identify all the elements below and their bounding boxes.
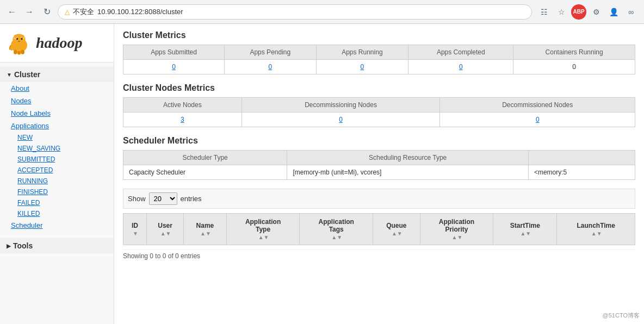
- sidebar: hadoop ▼ Cluster About Nodes Node Labels…: [0, 24, 114, 324]
- cluster-label: Cluster: [14, 70, 40, 79]
- app-priority-sort-icon: ▲▼: [452, 234, 463, 240]
- sidebar-item-failed[interactable]: FAILED: [0, 197, 114, 208]
- tools-label: Tools: [13, 241, 33, 250]
- th-name[interactable]: Name ▲▼: [184, 214, 227, 245]
- sidebar-item-accepted[interactable]: ACCEPTED: [0, 165, 114, 176]
- th-name-label: Name: [196, 222, 214, 229]
- th-start-time-label: StartTime: [510, 222, 540, 229]
- cluster-nodes-metrics-title: Cluster Nodes Metrics: [123, 83, 635, 93]
- sidebar-item-killed[interactable]: KILLED: [0, 208, 114, 219]
- val-extra: <memory:5: [528, 165, 635, 180]
- svg-point-5: [21, 35, 24, 39]
- main-layout: hadoop ▼ Cluster About Nodes Node Labels…: [0, 24, 644, 324]
- cluster-section: ▼ Cluster About Nodes Node Labels Applic…: [0, 63, 114, 236]
- hadoop-logo-text: hadoop: [36, 34, 83, 52]
- user-sort-icon: ▲▼: [160, 230, 171, 236]
- cluster-metrics-row: 0 0 0 0 0: [123, 60, 635, 74]
- watermark: @51CTO博客: [603, 311, 640, 320]
- val-decommissioning-nodes: 0: [242, 113, 440, 127]
- col-scheduler-type: Scheduler Type: [123, 151, 287, 165]
- val-apps-submitted: 0: [123, 60, 225, 74]
- app-type-sort-icon: ▲▼: [258, 234, 269, 240]
- sidebar-item-finished[interactable]: FINISHED: [0, 186, 114, 197]
- th-user-label: User: [158, 222, 172, 229]
- sidebar-item-node-labels[interactable]: Node Labels: [0, 107, 114, 120]
- cluster-metrics-table: Apps Submitted Apps Pending Apps Running…: [123, 45, 635, 74]
- reload-button[interactable]: ↻: [40, 5, 53, 18]
- svg-point-7: [21, 38, 22, 40]
- name-sort-icon: ▲▼: [200, 230, 211, 236]
- val-active-nodes: 3: [123, 113, 242, 127]
- scheduler-row: Capacity Scheduler [memory-mb (unit=Mi),…: [123, 165, 635, 180]
- col-decommissioned-nodes: Decommissioned Nodes: [440, 98, 635, 113]
- val-apps-pending: 0: [225, 60, 316, 74]
- browser-chrome: ← → ↻ △ 不安全 10.90.100.122:8088/cluster ☷…: [0, 0, 644, 24]
- sidebar-item-running[interactable]: RUNNING: [0, 176, 114, 186]
- th-queue-label: Queue: [386, 222, 406, 229]
- svg-point-6: [16, 38, 18, 40]
- th-start-time[interactable]: StartTime ▲▼: [493, 214, 557, 245]
- svg-point-8: [14, 50, 17, 54]
- tools-header[interactable]: ▶ Tools: [0, 238, 114, 253]
- forward-button[interactable]: →: [23, 5, 36, 18]
- sidebar-item-new-saving[interactable]: NEW_SAVING: [0, 143, 114, 154]
- col-scheduling-resource: Scheduling Resource Type: [287, 151, 529, 165]
- profile-button[interactable]: 👤: [606, 4, 621, 20]
- th-launch-time[interactable]: LaunchTime ▲▼: [557, 214, 635, 245]
- sidebar-item-applications[interactable]: Applications: [0, 120, 114, 132]
- col-extra: [528, 151, 635, 165]
- th-app-priority-label: ApplicationPriority: [439, 218, 474, 233]
- sidebar-item-submitted[interactable]: SUBMITTED: [0, 154, 114, 165]
- th-id-label: ID: [132, 222, 138, 229]
- th-id[interactable]: ID ▼: [123, 214, 147, 245]
- entries-label: entries: [181, 195, 202, 203]
- col-apps-submitted: Apps Submitted: [123, 45, 225, 60]
- sidebar-item-about[interactable]: About: [0, 82, 114, 95]
- cluster-metrics-title: Cluster Metrics: [123, 30, 635, 40]
- entries-select[interactable]: 10 20 25 50 100: [149, 192, 177, 205]
- translate-button[interactable]: ☷: [536, 4, 552, 20]
- cluster-nodes-row: 3 0 0: [123, 113, 635, 127]
- id-sort-icon: ▼: [133, 230, 138, 236]
- warning-text: 不安全: [73, 7, 94, 17]
- col-decommissioning-nodes: Decommissioning Nodes: [242, 98, 440, 113]
- svg-point-10: [21, 50, 24, 54]
- th-queue[interactable]: Queue ▲▼: [373, 214, 420, 245]
- show-label: Show: [128, 195, 146, 203]
- sidebar-item-scheduler[interactable]: Scheduler: [0, 219, 114, 232]
- sidebar-item-nodes[interactable]: Nodes: [0, 95, 114, 107]
- val-decommissioned-nodes: 0: [440, 113, 635, 127]
- extensions-button[interactable]: ⚙: [589, 4, 604, 20]
- th-application-type[interactable]: ApplicationType ▲▼: [226, 214, 300, 245]
- col-apps-running: Apps Running: [316, 45, 408, 60]
- th-application-tags[interactable]: ApplicationTags ▲▼: [300, 214, 373, 245]
- sidebar-item-new[interactable]: NEW: [0, 132, 114, 143]
- th-application-priority[interactable]: ApplicationPriority ▲▼: [420, 214, 493, 245]
- queue-sort-icon: ▲▼: [392, 230, 403, 236]
- launch-time-sort-icon: ▲▼: [591, 230, 602, 236]
- tools-chevron: ▶: [7, 243, 11, 249]
- th-app-type-label: ApplicationType: [245, 218, 281, 233]
- browser-actions: ☷ ☆ ABP ⚙ 👤 ∞: [536, 4, 639, 20]
- app-tags-sort-icon: ▲▼: [331, 234, 342, 240]
- apps-table-header: ID ▼ User ▲▼ Name ▲▼: [123, 214, 635, 245]
- sidebar-logo: hadoop: [0, 24, 114, 63]
- cluster-chevron: ▼: [7, 72, 12, 78]
- svg-point-9: [17, 51, 21, 55]
- back-button[interactable]: ←: [5, 5, 18, 18]
- col-apps-pending: Apps Pending: [225, 45, 316, 60]
- abp-button[interactable]: ABP: [571, 4, 586, 20]
- th-app-tags-label: ApplicationTags: [319, 218, 354, 233]
- content-area: Cluster Metrics Apps Submitted Apps Pend…: [114, 24, 644, 324]
- col-active-nodes: Active Nodes: [123, 98, 242, 113]
- applications-table: ID ▼ User ▲▼ Name ▲▼: [123, 213, 635, 245]
- th-user[interactable]: User ▲▼: [146, 214, 183, 245]
- hadoop-logo: hadoop: [5, 29, 83, 57]
- bookmark-button[interactable]: ☆: [554, 4, 569, 20]
- val-scheduling-resource: [memory-mb (unit=Mi), vcores]: [287, 165, 529, 180]
- col-containers-running: Containers Running: [513, 45, 635, 60]
- val-apps-running: 0: [316, 60, 408, 74]
- menu-button[interactable]: ∞: [623, 4, 639, 20]
- address-bar[interactable]: △ 不安全 10.90.100.122:8088/cluster: [58, 4, 532, 20]
- cluster-header[interactable]: ▼ Cluster: [0, 67, 114, 82]
